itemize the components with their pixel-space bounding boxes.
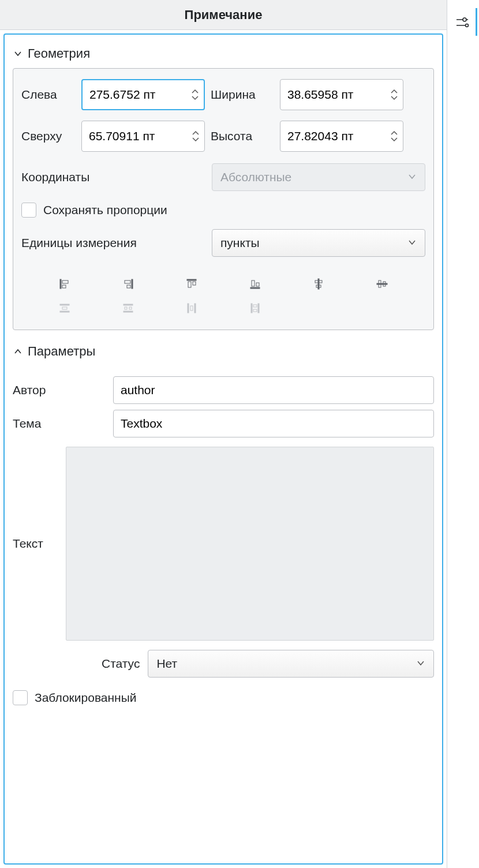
svg-rect-25 — [188, 304, 189, 313]
keep-ratio-checkbox[interactable] — [21, 203, 36, 218]
align-left-button[interactable] — [33, 272, 96, 296]
svg-rect-10 — [252, 280, 255, 286]
svg-rect-5 — [127, 285, 130, 288]
svg-rect-19 — [60, 311, 69, 312]
svg-rect-28 — [251, 304, 252, 313]
svg-rect-24 — [129, 307, 132, 309]
parameters-section-label: Параметры — [28, 344, 95, 359]
width-input[interactable] — [287, 88, 387, 102]
coords-value: Абсолютные — [220, 170, 291, 184]
geometry-section-toggle[interactable]: Геометрия — [13, 43, 434, 68]
align-center-v-button[interactable] — [350, 272, 414, 296]
status-value: Нет — [156, 657, 177, 671]
alignment-toolbar — [21, 272, 425, 320]
distribute-3-button — [160, 296, 223, 320]
align-right-button[interactable] — [96, 272, 160, 296]
text-textarea[interactable] — [66, 447, 434, 641]
panel-body: Геометрия Слева Ширина — [3, 33, 443, 865]
subject-label: Тема — [13, 417, 105, 431]
svg-rect-11 — [256, 283, 259, 286]
side-rail — [447, 0, 479, 868]
status-label: Статус — [102, 657, 140, 671]
panel-header: Примечание — [0, 0, 447, 30]
svg-rect-18 — [60, 304, 69, 305]
top-spinbox[interactable] — [81, 121, 205, 152]
sliders-icon — [454, 14, 470, 30]
coords-select: Абсолютные — [212, 163, 425, 191]
svg-point-33 — [463, 18, 466, 21]
height-spinbox[interactable] — [280, 121, 403, 152]
top-label: Сверху — [21, 129, 76, 143]
chevron-down-icon — [407, 236, 417, 250]
svg-rect-22 — [124, 311, 133, 312]
units-select[interactable]: пункты — [212, 229, 425, 257]
svg-rect-9 — [250, 287, 260, 289]
svg-rect-8 — [193, 282, 196, 285]
svg-rect-27 — [190, 306, 193, 310]
svg-rect-6 — [187, 279, 196, 280]
top-input[interactable] — [89, 129, 188, 143]
author-input[interactable] — [113, 376, 434, 404]
distribute-1-button — [33, 296, 96, 320]
panel-title: Примечание — [185, 8, 263, 23]
locked-checkbox[interactable] — [13, 690, 28, 705]
geometry-section-label: Геометрия — [28, 46, 90, 61]
left-spinbox[interactable] — [81, 79, 205, 110]
svg-rect-7 — [188, 282, 191, 287]
chevron-down-icon — [407, 170, 417, 184]
distribute-2-button — [96, 296, 160, 320]
chevron-up-icon — [13, 346, 23, 357]
left-input[interactable] — [89, 88, 188, 102]
width-label: Ширина — [211, 88, 274, 102]
spin-buttons-icon[interactable] — [188, 130, 200, 143]
settings-rail-button[interactable] — [450, 8, 477, 36]
geometry-box: Слева Ширина Св — [13, 68, 434, 330]
spin-buttons-icon[interactable] — [188, 88, 199, 101]
distribute-4-button — [223, 296, 287, 320]
svg-rect-29 — [258, 304, 259, 313]
parameters-section-toggle[interactable]: Параметры — [13, 341, 434, 366]
svg-rect-26 — [194, 304, 196, 313]
svg-point-35 — [466, 24, 469, 27]
chevron-down-icon — [416, 657, 425, 671]
height-input[interactable] — [287, 129, 387, 143]
coords-label: Координаты — [21, 170, 206, 184]
keep-ratio-label: Сохранять пропорции — [43, 203, 167, 217]
height-label: Высота — [211, 129, 274, 143]
spin-buttons-icon[interactable] — [387, 130, 398, 143]
units-value: пункты — [220, 236, 260, 250]
locked-label: Заблокированный — [35, 691, 137, 705]
units-label: Единицы измерения — [21, 236, 206, 250]
svg-rect-0 — [60, 279, 61, 289]
left-label: Слева — [21, 88, 76, 102]
svg-rect-21 — [124, 304, 133, 305]
svg-rect-31 — [253, 309, 257, 312]
text-label: Текст — [13, 537, 58, 551]
svg-rect-20 — [62, 307, 67, 309]
chevron-down-icon — [13, 48, 23, 59]
author-label: Автор — [13, 383, 105, 397]
align-bottom-button[interactable] — [223, 272, 287, 296]
align-center-h-button[interactable] — [287, 272, 350, 296]
svg-rect-1 — [62, 280, 68, 283]
align-top-button[interactable] — [160, 272, 223, 296]
status-select[interactable]: Нет — [148, 650, 434, 678]
svg-rect-30 — [253, 305, 257, 307]
spin-buttons-icon[interactable] — [387, 88, 398, 101]
svg-rect-3 — [132, 279, 133, 289]
subject-input[interactable] — [113, 410, 434, 437]
svg-rect-2 — [62, 285, 66, 288]
svg-rect-23 — [125, 307, 127, 309]
svg-rect-4 — [125, 280, 130, 283]
width-spinbox[interactable] — [280, 79, 403, 110]
